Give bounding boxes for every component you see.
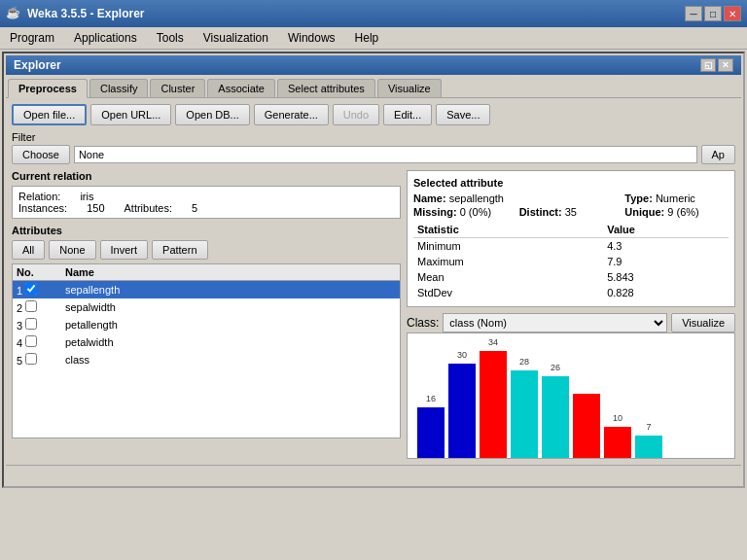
distinct-cell: Distinct: 35: [519, 206, 623, 218]
invert-button[interactable]: Invert: [100, 240, 149, 260]
relation-row-2: Instances: 150 Attributes: 5: [18, 202, 394, 214]
minimize-button[interactable]: ─: [685, 6, 702, 21]
menu-help[interactable]: Help: [349, 29, 385, 47]
filter-choose-button[interactable]: Choose: [12, 145, 70, 164]
all-button[interactable]: All: [12, 240, 45, 260]
explorer-controls: ◱ ✕: [700, 58, 733, 72]
missing-cell: Missing: 0 (0%): [413, 206, 517, 218]
menu-tools[interactable]: Tools: [151, 29, 190, 47]
menu-windows[interactable]: Windows: [282, 29, 341, 47]
stat-value: 5.843: [603, 269, 729, 285]
generate-button[interactable]: Generate...: [254, 104, 329, 125]
app-icon: ☕: [6, 6, 21, 21]
close-button[interactable]: ✕: [724, 6, 741, 21]
name-label: Name: sepallength: [413, 192, 517, 204]
stat-name: StdDev: [413, 285, 603, 300]
attr-checkbox[interactable]: [25, 335, 37, 347]
chart-bar: [448, 364, 476, 458]
current-relation-title: Current relation: [12, 170, 401, 182]
window-title: Weka 3.5.5 - Explorer: [27, 7, 685, 20]
attributes-value: 5: [192, 202, 197, 214]
explorer-window: Explorer ◱ ✕ Preprocess Classify Cluster…: [2, 52, 745, 488]
stats-row: StdDev0.828: [413, 285, 729, 300]
attr-no: 4: [17, 335, 65, 349]
open-db-button[interactable]: Open DB...: [175, 104, 249, 125]
window-controls: ─ □ ✕: [685, 6, 741, 21]
attribute-row[interactable]: 5 class: [13, 351, 400, 368]
stats-row: Maximum7.9: [413, 254, 729, 269]
undo-button[interactable]: Undo: [333, 104, 379, 125]
attr-no: 5: [17, 353, 65, 367]
bar-wrapper: 28: [511, 370, 538, 458]
attribute-row[interactable]: 4 petalwidth: [13, 333, 400, 351]
selected-attr-title: Selected attribute: [413, 177, 729, 189]
tab-bar: Preprocess Classify Cluster Associate Se…: [6, 77, 741, 98]
bar-label: 34: [488, 337, 498, 347]
chart-bar: [635, 436, 662, 458]
col-no: No.: [17, 266, 65, 278]
explorer-close-button[interactable]: ✕: [718, 58, 733, 72]
maximize-button[interactable]: □: [704, 6, 722, 21]
tab-preprocess[interactable]: Preprocess: [8, 79, 88, 98]
open-file-button[interactable]: Open file...: [12, 104, 87, 125]
stat-name: Mean: [413, 269, 603, 285]
attr-checkbox[interactable]: [25, 353, 37, 365]
relation-value: iris: [80, 191, 93, 202]
attr-info-grid: Name: sepallength Type: Numeric Missing:…: [413, 192, 729, 218]
main-area: Current relation Relation: iris Instance…: [12, 170, 735, 459]
tab-classify[interactable]: Classify: [89, 79, 149, 97]
stats-row: Minimum4.3: [413, 238, 729, 255]
open-url-button[interactable]: Open URL...: [90, 104, 171, 125]
attr-no: 1: [17, 283, 65, 297]
bar-wrapper: 34: [480, 351, 507, 458]
tab-cluster[interactable]: Cluster: [150, 79, 205, 97]
chart-bar: [604, 427, 631, 458]
explorer-title-bar: Explorer ◱ ✕: [6, 55, 741, 75]
attr-name: petallength: [65, 319, 396, 331]
stat-value: 0.828: [603, 285, 729, 300]
tab-select-attributes[interactable]: Select attributes: [277, 79, 375, 97]
chart-bar: [480, 351, 507, 458]
attr-checkbox[interactable]: [25, 318, 37, 330]
bar-label: 26: [551, 363, 560, 372]
menu-program[interactable]: Program: [4, 29, 60, 47]
pattern-button[interactable]: Pattern: [152, 240, 207, 260]
stat-col-header: Statistic: [413, 222, 603, 238]
relation-box: Relation: iris Instances: 150 Attributes…: [12, 186, 401, 219]
attribute-row[interactable]: 3 petallength: [13, 316, 400, 333]
status-bar: [6, 465, 741, 484]
filter-section: Filter Choose None Ap: [12, 131, 735, 164]
tab-visualize[interactable]: Visualize: [377, 79, 442, 97]
menu-applications[interactable]: Applications: [68, 29, 143, 47]
filter-apply-button[interactable]: Ap: [701, 145, 735, 164]
instances-label: Instances:: [18, 202, 67, 214]
save-button[interactable]: Save...: [436, 104, 490, 125]
tab-associate[interactable]: Associate: [207, 79, 275, 97]
attributes-buttons: All None Invert Pattern: [12, 240, 401, 260]
stat-value: 7.9: [603, 254, 729, 269]
stats-table: Statistic Value Minimum4.3Maximum7.9Mean…: [413, 222, 729, 300]
class-select[interactable]: class (Nom): [443, 313, 667, 332]
menu-visualization[interactable]: Visualization: [197, 29, 274, 47]
chart-area: 1630342826107: [407, 332, 735, 459]
explorer-title-text: Explorer: [14, 58, 61, 72]
filter-row: Choose None Ap: [12, 145, 735, 164]
instances-value: 150: [87, 202, 104, 214]
attributes-table: No. Name 1 sepallength2 sepalwidth3 peta…: [12, 263, 401, 438]
attr-checkbox[interactable]: [25, 283, 37, 295]
none-button[interactable]: None: [49, 240, 95, 260]
bar-wrapper: [573, 394, 600, 458]
explorer-restore-button[interactable]: ◱: [700, 58, 716, 72]
bar-label: 30: [457, 350, 467, 360]
edit-button[interactable]: Edit...: [383, 104, 432, 125]
attribute-row[interactable]: 1 sepallength: [13, 281, 400, 298]
attr-no: 2: [17, 300, 65, 314]
bar-wrapper: 26: [542, 376, 569, 458]
attribute-row[interactable]: 2 sepalwidth: [13, 298, 400, 316]
type-label-cell: [519, 192, 623, 204]
attributes-header: No. Name: [13, 264, 400, 281]
visualize-button[interactable]: Visualize: [671, 313, 735, 332]
attr-checkbox[interactable]: [25, 300, 37, 312]
bar-label: 28: [519, 357, 529, 367]
attr-no: 3: [17, 318, 65, 332]
